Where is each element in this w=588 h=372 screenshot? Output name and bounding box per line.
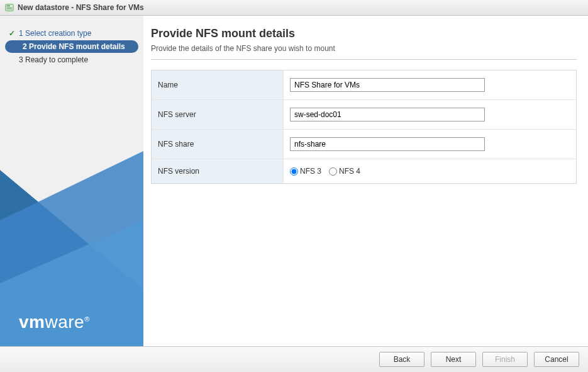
- page-subtitle: Provide the details of the NFS share you…: [151, 44, 577, 60]
- svg-rect-3: [7, 9, 13, 9]
- row-share: NFS share: [152, 130, 577, 159]
- radio-nfs3[interactable]: [290, 167, 298, 176]
- radio-nfs3-label[interactable]: NFS 3: [290, 167, 321, 176]
- wizard-steps: ✓ 1 Select creation type 2 Provide NFS m…: [0, 16, 143, 66]
- label-name: Name: [152, 70, 284, 100]
- cancel-button[interactable]: Cancel: [534, 352, 579, 367]
- wizard-step-2: 2 Provide NFS mount details: [5, 40, 138, 53]
- vmware-logo: vmware®: [19, 312, 90, 332]
- label-server: NFS server: [152, 100, 284, 130]
- row-server: NFS server: [152, 100, 577, 130]
- back-button[interactable]: Back: [379, 352, 424, 367]
- wizard-content: Provide NFS mount details Provide the de…: [143, 16, 588, 346]
- finish-button: Finish: [482, 352, 528, 367]
- wizard-sidebar: ✓ 1 Select creation type 2 Provide NFS m…: [0, 16, 143, 346]
- label-version: NFS version: [152, 159, 284, 184]
- decorative-triangles: [0, 113, 143, 346]
- titlebar: New datastore - NFS Share for VMs: [0, 0, 588, 16]
- row-name: Name: [152, 70, 577, 100]
- wizard-step-link[interactable]: 1 Select creation type: [19, 29, 91, 38]
- label-share: NFS share: [152, 130, 284, 159]
- input-server[interactable]: [290, 108, 485, 121]
- input-name[interactable]: [290, 78, 485, 92]
- wizard-footer: Back Next Finish Cancel: [0, 346, 588, 372]
- radio-nfs4[interactable]: [329, 167, 337, 176]
- version-radio-group: NFS 3 NFS 4: [290, 167, 570, 176]
- checkmark-icon: ✓: [8, 29, 16, 38]
- svg-rect-1: [7, 6, 10, 7]
- wizard-step-3: 3 Ready to complete: [0, 54, 143, 66]
- nfs-form: Name NFS server NFS share NFS version: [151, 70, 577, 184]
- page-heading: Provide NFS mount details: [151, 27, 577, 40]
- main-area: ✓ 1 Select creation type 2 Provide NFS m…: [0, 16, 588, 346]
- svg-rect-2: [7, 8, 13, 8]
- datastore-icon: [5, 3, 14, 12]
- titlebar-title: New datastore - NFS Share for VMs: [18, 3, 144, 12]
- row-version: NFS version NFS 3 NFS 4: [152, 159, 577, 184]
- input-share[interactable]: [290, 137, 485, 151]
- wizard-step-1[interactable]: ✓ 1 Select creation type: [0, 27, 143, 40]
- radio-nfs4-label[interactable]: NFS 4: [329, 167, 360, 176]
- next-button[interactable]: Next: [431, 352, 476, 367]
